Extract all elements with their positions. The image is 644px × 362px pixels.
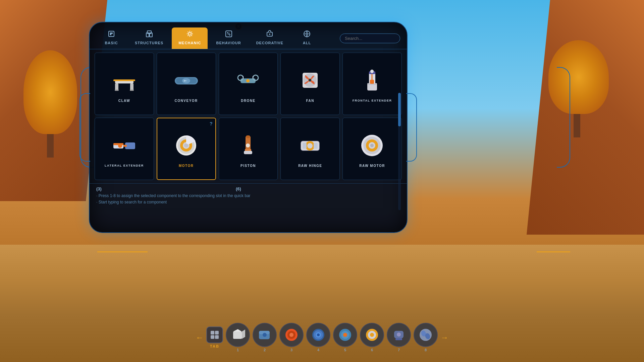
slot-2-icon	[253, 323, 277, 347]
frontal-extender-icon	[357, 65, 387, 96]
svg-point-13	[269, 34, 270, 35]
svg-rect-69	[215, 331, 219, 335]
quickbar-arrow-left: ←	[196, 333, 204, 342]
quickbar-slot-3[interactable]: 3	[279, 323, 304, 352]
tab-behaviour[interactable]: BEHAVIOUR	[209, 27, 248, 49]
behaviour-icon	[225, 30, 232, 39]
motor-question-icon: ?	[210, 121, 213, 126]
svg-rect-61	[303, 143, 307, 149]
svg-point-87	[343, 333, 347, 337]
mechanic-icon	[186, 30, 194, 39]
tab-mechanic[interactable]: MECHANIC	[172, 27, 208, 49]
slot-1-num: 1	[237, 348, 239, 352]
orange-line-right	[537, 251, 570, 252]
svg-point-60	[307, 143, 313, 148]
orange-line-left	[97, 251, 148, 252]
svg-point-26	[238, 75, 243, 80]
tab-decorative[interactable]: DECORATIVE	[250, 27, 290, 49]
svg-rect-54	[244, 151, 252, 154]
slot-3-num: 3	[290, 348, 292, 352]
info-num-right: (6)	[236, 186, 241, 191]
svg-point-7	[189, 33, 191, 35]
conveyor-icon	[171, 65, 201, 96]
item-lateral-extender[interactable]: LATERAL EXTENDER	[95, 118, 154, 180]
quickbar-slot-1[interactable]: 1	[226, 323, 250, 352]
raw-motor-label: RAW MOTOR	[359, 164, 385, 168]
tab-mechanic-label: MECHANIC	[178, 41, 201, 45]
info-numbers: (3) (6)	[96, 186, 400, 191]
tab-indicator[interactable]: TAB	[206, 326, 223, 348]
all-icon	[303, 30, 311, 39]
item-claw[interactable]: CLAW	[95, 53, 154, 115]
basic-icon	[108, 30, 115, 39]
svg-point-67	[370, 144, 374, 147]
decorative-icon	[266, 30, 273, 39]
svg-rect-20	[115, 89, 119, 91]
motor-icon	[171, 130, 201, 161]
raw-hinge-label: RAW HINGE	[298, 164, 322, 168]
quickbar-slot-5[interactable]: 5	[333, 323, 357, 352]
hint-1: · Press 1-8 to assign the selected compo…	[96, 193, 400, 199]
tree-left	[20, 50, 80, 158]
slot-5-icon	[333, 323, 357, 347]
svg-rect-72	[233, 331, 242, 339]
tab-decorative-label: DECORATIVE	[256, 41, 283, 45]
raw-motor-icon	[357, 130, 387, 161]
tab-behaviour-label: BEHAVIOUR	[216, 41, 241, 45]
slot-8-num: 8	[425, 348, 427, 352]
svg-marker-74	[242, 329, 245, 339]
item-conveyor[interactable]: CONVEYOR	[157, 53, 216, 115]
svg-rect-17	[113, 79, 135, 81]
hint-2: · Start typing to search for a component	[96, 199, 400, 205]
svg-point-93	[397, 333, 401, 337]
slot-7-icon	[387, 323, 411, 347]
slot-7-num: 7	[398, 348, 400, 352]
svg-point-28	[246, 79, 250, 82]
drone-label: DRONE	[241, 99, 256, 103]
quickbar-slot-4[interactable]: 4	[306, 323, 330, 352]
tab-all[interactable]: ALL	[292, 27, 322, 49]
tab-indicator-icon	[206, 326, 223, 343]
item-fan[interactable]: FAN	[280, 53, 340, 115]
item-motor[interactable]: ? MOTOR	[157, 118, 216, 180]
raw-hinge-icon	[295, 130, 325, 161]
search-input[interactable]	[340, 34, 400, 43]
item-raw-hinge[interactable]: RAW HINGE	[280, 118, 340, 180]
svg-rect-1	[110, 33, 111, 34]
tab-basic[interactable]: BASIC	[96, 27, 126, 49]
svg-rect-62	[314, 143, 318, 149]
item-grid: CLAW CONVEYOR	[90, 49, 407, 183]
fan-label: FAN	[306, 99, 315, 103]
svg-point-80	[289, 333, 293, 337]
item-piston[interactable]: PISTON	[219, 118, 278, 180]
fan-icon	[295, 65, 325, 96]
tab-structures[interactable]: STRUCTURES	[128, 27, 170, 49]
svg-rect-3	[110, 34, 111, 35]
lateral-extender-icon	[109, 130, 139, 161]
svg-rect-40	[370, 80, 374, 84]
svg-rect-68	[211, 331, 214, 335]
tab-all-label: ALL	[303, 41, 311, 45]
svg-point-10	[229, 34, 230, 36]
item-frontal-extender[interactable]: FRONTAL EXTENDER	[342, 53, 402, 115]
info-bar: (3) (6) · Press 1-8 to assign the select…	[90, 183, 407, 208]
slot-6-num: 6	[371, 348, 373, 352]
claw-icon	[109, 65, 139, 96]
svg-rect-55	[246, 135, 250, 138]
quickbar-slot-8[interactable]: 8	[414, 323, 438, 352]
drone-icon	[233, 65, 263, 96]
item-raw-motor[interactable]: RAW MOTOR	[342, 118, 402, 180]
scrollbar-thumb[interactable]	[398, 93, 401, 126]
quickbar-slot-7[interactable]: 7	[387, 323, 411, 352]
info-hints: · Press 1-8 to assign the selected compo…	[96, 193, 400, 205]
quickbar-slot-6[interactable]: 6	[360, 323, 384, 352]
tab-structures-label: STRUCTURES	[135, 41, 163, 45]
svg-rect-21	[130, 89, 134, 91]
quickbar-slot-2[interactable]: 2	[253, 323, 277, 352]
svg-marker-73	[233, 329, 242, 331]
item-drone[interactable]: DRONE	[219, 53, 278, 115]
svg-point-46	[118, 144, 122, 148]
slot-2-num: 2	[264, 348, 266, 352]
motor-label: MOTOR	[179, 164, 194, 168]
svg-rect-2	[111, 33, 113, 34]
